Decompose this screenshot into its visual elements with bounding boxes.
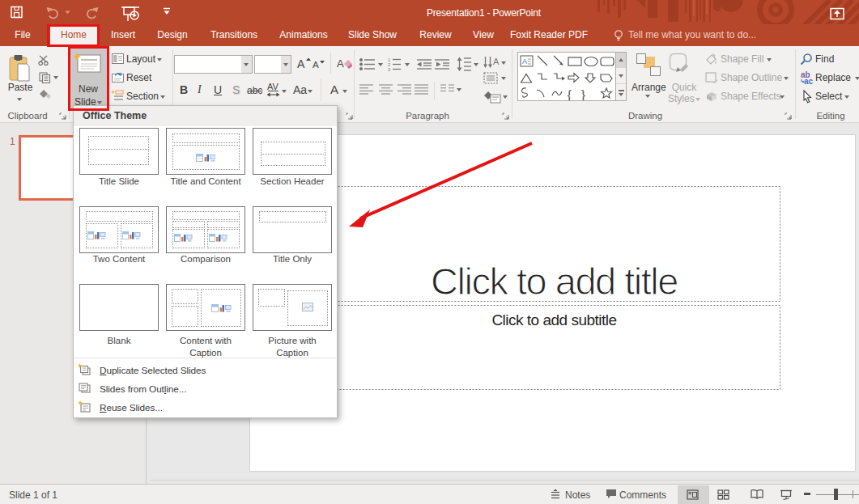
svg-text:ac: ac [804,77,814,85]
svg-text:{: { [566,87,573,100]
svg-text:A: A [493,57,500,66]
svg-text:A: A [337,57,344,70]
svg-text:}: } [580,87,587,100]
svg-text:3: 3 [388,67,390,71]
svg-text:AV: AV [267,82,279,91]
svg-text:A: A [297,57,305,70]
svg-text:A: A [313,60,319,70]
svg-text:A: A [522,57,527,66]
